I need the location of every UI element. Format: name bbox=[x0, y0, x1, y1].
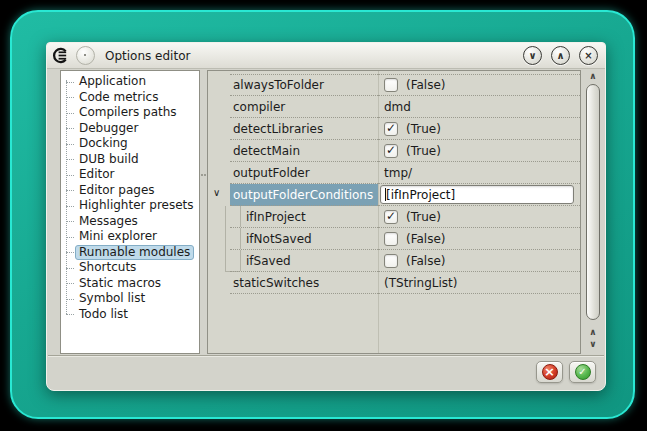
window-menu-button[interactable] bbox=[76, 46, 95, 65]
property-value-cell[interactable]: ✓ (True) bbox=[378, 140, 580, 162]
checkbox[interactable] bbox=[384, 232, 398, 246]
property-grid[interactable]: alwaysToFolder (False) compiler dmd dete… bbox=[207, 70, 581, 354]
property-row-alwaysToFolder[interactable]: alwaysToFolder (False) bbox=[208, 74, 580, 96]
property-name-cell[interactable]: ifNotSaved bbox=[230, 228, 378, 250]
property-name: staticSwitches bbox=[233, 276, 319, 290]
sidebar-item-docking[interactable]: Docking bbox=[61, 136, 199, 152]
sidebar-item-editor[interactable]: Editor bbox=[61, 167, 199, 183]
sidebar-item-runnable-modules[interactable]: Runnable modules bbox=[61, 245, 199, 261]
row-gutter: ∨ bbox=[208, 184, 230, 206]
sidebar-item-label: Mini explorer bbox=[75, 229, 161, 244]
property-name-cell[interactable]: compiler bbox=[230, 96, 378, 118]
property-row-detectLibraries[interactable]: detectLibraries ✓ (True) bbox=[208, 118, 580, 140]
checkbox[interactable]: ✓ bbox=[384, 122, 398, 136]
checkbox[interactable]: ✓ bbox=[384, 144, 398, 158]
sidebar-item-messages[interactable]: Messages bbox=[61, 214, 199, 230]
value-edit-input[interactable]: [ifInProject] bbox=[380, 185, 574, 204]
property-value-cell[interactable]: (False) bbox=[378, 250, 580, 272]
property-name-cell[interactable]: detectLibraries bbox=[230, 118, 378, 140]
sidebar-item-label: Debugger bbox=[75, 121, 142, 136]
sidebar-item-editor-pages[interactable]: Editor pages bbox=[61, 183, 199, 199]
sidebar-item-label: Editor bbox=[75, 167, 119, 182]
control-glyph: ∧ bbox=[556, 50, 564, 60]
options-editor-window: Options editor ∨ ∧ × Application Code me… bbox=[46, 42, 606, 391]
sidebar-item-mini-explorer[interactable]: Mini explorer bbox=[61, 229, 199, 245]
property-value: tmp/ bbox=[384, 166, 412, 180]
expander-icon[interactable]: ∨ bbox=[213, 188, 220, 198]
property-row-ifSaved[interactable]: ifSaved (False) bbox=[208, 250, 580, 272]
property-value-cell[interactable]: tmp/ bbox=[378, 162, 580, 184]
property-value-cell[interactable]: (False) bbox=[378, 74, 580, 96]
property-name-cell[interactable]: alwaysToFolder bbox=[230, 74, 378, 96]
property-name-cell[interactable]: outputFolder bbox=[230, 162, 378, 184]
sidebar-item-code-metrics[interactable]: Code metrics bbox=[61, 90, 199, 106]
property-value-cell[interactable]: ✓ (True) bbox=[378, 206, 580, 228]
property-value-cell[interactable]: (TStringList) bbox=[378, 272, 580, 294]
cancel-icon: × bbox=[542, 364, 558, 380]
property-row-compiler[interactable]: compiler dmd bbox=[208, 96, 580, 118]
property-name-cell[interactable]: outputFolderConditions bbox=[230, 184, 378, 206]
sidebar-item-label: Shortcuts bbox=[75, 260, 140, 275]
property-value-cell[interactable]: dmd bbox=[378, 96, 580, 118]
property-row-outputFolderConditions[interactable]: ∨ outputFolderConditions [ifInProject] bbox=[208, 184, 580, 206]
property-value-cell[interactable]: ✓ (True) bbox=[378, 118, 580, 140]
window-title: Options editor bbox=[105, 49, 190, 63]
scroll-up-icon[interactable]: ∧ bbox=[584, 327, 602, 338]
title-bar[interactable]: Options editor ∨ ∧ × bbox=[47, 43, 605, 69]
sidebar-item-label: DUB build bbox=[75, 152, 143, 167]
scroll-down-icon[interactable]: ∨ bbox=[584, 339, 602, 350]
category-tree[interactable]: Application Code metrics Compilers paths… bbox=[60, 70, 200, 354]
property-row-ifNotSaved[interactable]: ifNotSaved (False) bbox=[208, 228, 580, 250]
sidebar-item-static-macros[interactable]: Static macros bbox=[61, 276, 199, 292]
sidebar-item-debugger[interactable]: Debugger bbox=[61, 121, 199, 137]
sidebar-item-compilers-paths[interactable]: Compilers paths bbox=[61, 105, 199, 121]
property-row-staticSwitches[interactable]: staticSwitches (TStringList) bbox=[208, 272, 580, 294]
checkbox[interactable] bbox=[384, 78, 398, 92]
scroll-up-icon[interactable]: ∧ bbox=[584, 71, 602, 82]
sidebar-item-dub-build[interactable]: DUB build bbox=[61, 152, 199, 168]
row-gutter bbox=[208, 74, 230, 96]
property-value: (False) bbox=[406, 78, 446, 92]
property-row-detectMain[interactable]: detectMain ✓ (True) bbox=[208, 140, 580, 162]
edit-text: [ifInProject] bbox=[386, 188, 455, 202]
minimize-button[interactable]: ∨ bbox=[523, 46, 542, 65]
splitter-handle[interactable] bbox=[200, 70, 207, 354]
sidebar-item-symbol-list[interactable]: Symbol list bbox=[61, 291, 199, 307]
maximize-button[interactable]: ∧ bbox=[551, 46, 570, 65]
property-row-outputFolder[interactable]: outputFolder tmp/ bbox=[208, 162, 580, 184]
property-value: (True) bbox=[406, 210, 441, 224]
sidebar-item-todo-list[interactable]: Todo list bbox=[61, 307, 199, 323]
property-name-cell[interactable]: ifSaved bbox=[230, 250, 378, 272]
property-value-cell[interactable]: [ifInProject] bbox=[378, 184, 580, 206]
property-name: ifSaved bbox=[246, 254, 291, 268]
property-name: outputFolder bbox=[233, 166, 310, 180]
property-row-ifInProject[interactable]: ifInProject ✓ (True) bbox=[208, 206, 580, 228]
control-glyph: ∨ bbox=[528, 50, 536, 60]
sidebar-item-label: Static macros bbox=[75, 276, 165, 291]
sidebar-item-highlighter-presets[interactable]: Highlighter presets bbox=[61, 198, 199, 214]
property-value-cell[interactable]: (False) bbox=[378, 228, 580, 250]
checkbox[interactable] bbox=[384, 254, 398, 268]
sidebar-item-application[interactable]: Application bbox=[61, 74, 199, 90]
sidebar-item-shortcuts[interactable]: Shortcuts bbox=[61, 260, 199, 276]
property-name: detectLibraries bbox=[233, 122, 323, 136]
row-gutter bbox=[208, 250, 230, 272]
property-rows: alwaysToFolder (False) compiler dmd dete… bbox=[208, 74, 580, 294]
scrollbar-thumb[interactable] bbox=[586, 84, 600, 320]
property-name-cell[interactable]: detectMain bbox=[230, 140, 378, 162]
desktop-frame: Options editor ∨ ∧ × Application Code me… bbox=[10, 10, 635, 419]
ok-icon: ✓ bbox=[575, 364, 591, 380]
property-name-cell[interactable]: staticSwitches bbox=[230, 272, 378, 294]
sidebar-item-label: Todo list bbox=[75, 307, 132, 322]
footer-bar: × ✓ bbox=[48, 357, 604, 389]
ok-button[interactable]: ✓ bbox=[569, 361, 596, 383]
vertical-scrollbar[interactable]: ∧ ∧ ∨ bbox=[584, 70, 602, 354]
close-button[interactable]: × bbox=[579, 46, 598, 65]
checkbox[interactable]: ✓ bbox=[384, 210, 398, 224]
property-name-cell[interactable]: ifInProject bbox=[230, 206, 378, 228]
window-controls: ∨ ∧ × bbox=[523, 46, 600, 65]
cancel-button[interactable]: × bbox=[536, 361, 563, 383]
row-gutter bbox=[208, 118, 230, 140]
row-gutter bbox=[208, 140, 230, 162]
check-icon: ✓ bbox=[386, 122, 396, 134]
